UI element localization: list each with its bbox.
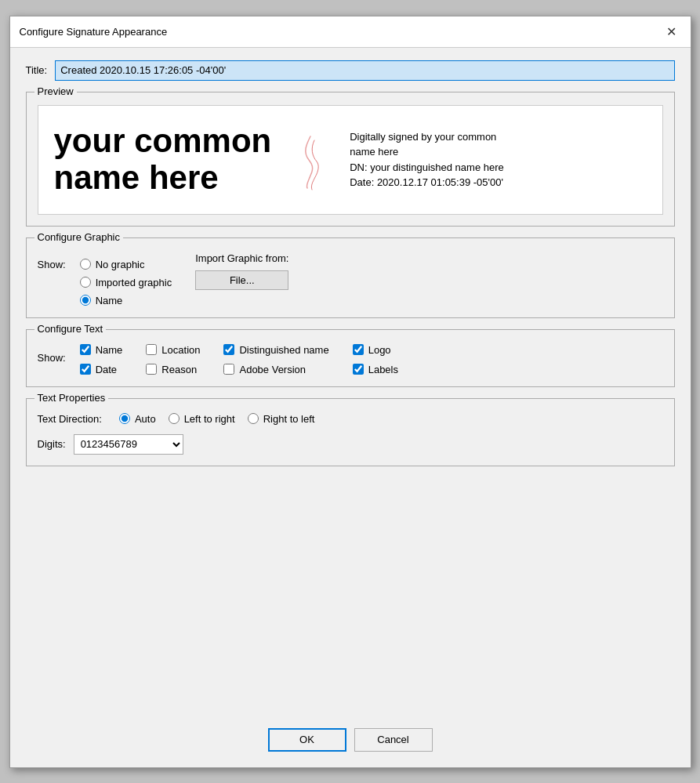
configure-graphic-section: Configure Graphic Show: No graphic Impor… — [26, 237, 675, 318]
digits-select[interactable]: 0123456789 — [74, 434, 183, 455]
cb-labels[interactable] — [353, 364, 364, 375]
cb-distinguished-name[interactable] — [223, 344, 234, 355]
show-section: Show: No graphic Imported graphic Nam — [38, 252, 172, 306]
import-graphic-label: Import Graphic from: — [195, 252, 288, 264]
cb-date[interactable] — [80, 364, 91, 375]
cb-distinguished-name-label[interactable]: Distinguished name — [223, 344, 328, 356]
title-label: Title: — [26, 64, 48, 76]
show-label: Show: — [38, 259, 66, 270]
cb-labels-label[interactable]: Labels — [353, 364, 398, 375]
title-row: Title: — [26, 60, 675, 81]
configure-text-show-label: Show: — [38, 350, 66, 364]
preview-inner: your common name here Digitally signed b… — [38, 105, 663, 215]
preview-name: your common name here — [54, 123, 272, 195]
cb-logo[interactable] — [353, 344, 364, 355]
dialog-footer: OK Cancel — [10, 716, 691, 767]
digits-label: Digits: — [38, 438, 66, 450]
cb-name[interactable] — [80, 344, 91, 355]
radio-right-to-left[interactable] — [248, 413, 259, 424]
radio-auto-label[interactable]: Auto — [119, 413, 156, 425]
text-properties-section: Text Properties Text Direction: Auto Lef… — [26, 398, 675, 466]
title-bar: Configure Signature Appearance ✕ — [10, 16, 691, 48]
radio-group-graphic: No graphic Imported graphic Name — [80, 259, 172, 306]
dialog-title: Configure Signature Appearance — [20, 26, 168, 38]
radio-auto[interactable] — [119, 413, 130, 424]
cb-adobe-version[interactable] — [223, 364, 234, 375]
radio-rtl-label[interactable]: Right to left — [248, 413, 315, 425]
text-direction-row: Text Direction: Auto Left to right Right… — [38, 413, 663, 425]
radio-no-graphic[interactable] — [80, 259, 91, 270]
cb-name-label[interactable]: Name — [80, 344, 123, 356]
text-checkbox-grid: Name Location Distinguished name Logo — [80, 344, 398, 375]
configure-text-section: Configure Text Show: Name Location — [26, 329, 675, 387]
preview-text-block: Digitally signed by your common name her… — [350, 129, 504, 190]
configure-signature-dialog: Configure Signature Appearance ✕ Title: … — [9, 16, 691, 768]
dialog-body: Title: Preview your common name here — [10, 48, 691, 716]
preview-legend: Preview — [34, 85, 77, 97]
cb-logo-label[interactable]: Logo — [353, 344, 398, 356]
close-button[interactable]: ✕ — [662, 22, 681, 41]
digits-row: Digits: 0123456789 — [38, 434, 663, 455]
radio-left-to-right[interactable] — [169, 413, 180, 424]
title-input[interactable] — [55, 60, 674, 81]
radio-ltr-label[interactable]: Left to right — [169, 413, 235, 425]
configure-text-layout: Show: Name Location Distinguished name — [38, 344, 663, 375]
text-direction-label: Text Direction: — [38, 413, 102, 425]
text-properties-legend: Text Properties — [34, 392, 109, 404]
cb-reason[interactable] — [146, 364, 157, 375]
configure-text-legend: Configure Text — [34, 323, 107, 335]
radio-name[interactable] — [80, 295, 91, 306]
preview-section: Preview your common name here Digitally … — [26, 92, 675, 227]
radio-imported-graphic-label[interactable]: Imported graphic — [80, 277, 172, 288]
configure-graphic-layout: Show: No graphic Imported graphic Nam — [38, 252, 663, 306]
ok-button[interactable]: OK — [268, 728, 346, 752]
cb-reason-label[interactable]: Reason — [146, 364, 200, 375]
cb-adobe-version-label[interactable]: Adobe Version — [223, 364, 328, 375]
cancel-button[interactable]: Cancel — [354, 728, 433, 752]
cb-date-label[interactable]: Date — [80, 364, 123, 375]
cb-location[interactable] — [146, 344, 157, 355]
configure-graphic-legend: Configure Graphic — [34, 231, 124, 243]
text-props-body: Text Direction: Auto Left to right Right… — [38, 413, 663, 455]
file-button[interactable]: File... — [195, 270, 288, 290]
import-section: Import Graphic from: File... — [195, 252, 288, 290]
radio-imported-graphic[interactable] — [80, 277, 91, 288]
cb-location-label[interactable]: Location — [146, 344, 200, 356]
preview-signature-graphic — [287, 129, 334, 191]
radio-no-graphic-label[interactable]: No graphic — [80, 259, 172, 270]
radio-name-label[interactable]: Name — [80, 295, 172, 306]
